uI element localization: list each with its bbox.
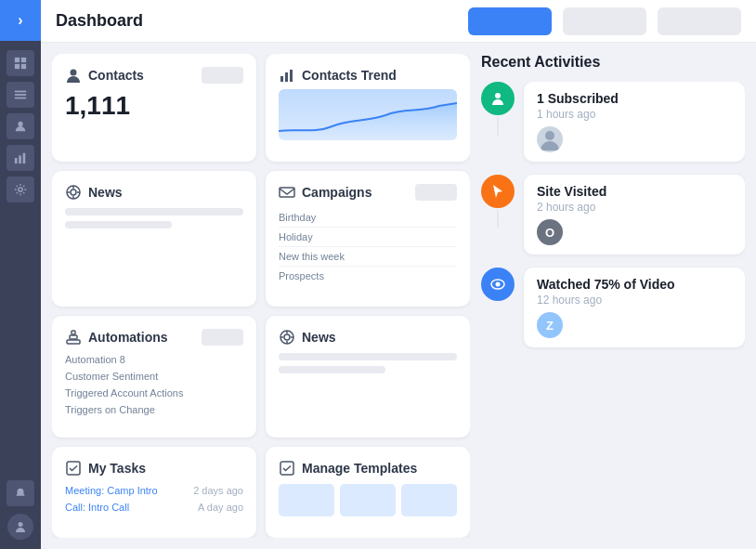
task-name-1: Call: Intro Call: [65, 502, 129, 513]
news-top-lines: [65, 208, 243, 229]
contacts-card-title: Contacts: [88, 68, 144, 83]
activity-user-1: O: [537, 219, 563, 245]
svg-rect-9: [19, 155, 21, 163]
campaigns-list: Birthday Holiday New this week Prospects: [279, 208, 457, 285]
svg-point-36: [545, 131, 554, 140]
bell-icon: [14, 487, 27, 500]
header-btn-primary[interactable]: [468, 7, 552, 35]
trend-chart: [279, 89, 457, 140]
trend-icon: [279, 67, 295, 84]
cursor-icon: [489, 183, 506, 200]
settings-icon: [14, 183, 27, 196]
activity-row-2: Watched 75% of Video 12 hours ago Z: [481, 268, 745, 347]
svg-rect-10: [23, 153, 26, 163]
activity-title-2: Watched 75% of Video: [537, 277, 732, 292]
activity-icon-wrap-1: [481, 175, 515, 229]
sidebar-item-settings[interactable]: [7, 176, 34, 203]
templates-icon: [279, 460, 295, 477]
auto-item-2[interactable]: Triggered Account Actions: [65, 386, 243, 399]
activities-panel: Recent Activities 1 Subsc: [481, 54, 745, 538]
campaign-item-0[interactable]: Birthday: [279, 208, 457, 228]
header-btn-secondary1[interactable]: [563, 7, 646, 35]
svg-rect-5: [15, 94, 26, 96]
tasks-title: My Tasks: [88, 461, 146, 476]
svg-point-12: [19, 522, 23, 527]
campaign-item-1[interactable]: Holiday: [279, 228, 457, 247]
template-boxes: [279, 484, 457, 516]
automations-header: Automations: [65, 329, 243, 346]
news-top-icon: [65, 184, 82, 201]
user-icon: [13, 519, 28, 534]
chart-icon: [14, 151, 27, 164]
list-icon: [14, 88, 27, 101]
sidebar-bottom: [7, 480, 34, 549]
activity-card-2: Watched 75% of Video 12 hours ago Z: [524, 268, 745, 347]
sidebar-logo[interactable]: ›: [0, 0, 41, 41]
manage-templates-card: Manage Templates: [266, 447, 470, 538]
auto-item-3[interactable]: Triggers on Change: [65, 403, 243, 416]
task-item-0[interactable]: Meeting: Camp Intro 2 days ago: [65, 482, 243, 499]
auto-item-1[interactable]: Customer Sentiment: [65, 370, 243, 383]
trend-title-row: Contacts Trend: [279, 67, 457, 84]
activity-title-0: 1 Subscribed: [537, 91, 732, 106]
activity-card-0: 1 Subscribed 1 hours ago: [524, 82, 745, 162]
activity-card-1: Site Visited 2 hours ago O: [524, 175, 745, 255]
news-bottom-title: News: [302, 330, 336, 345]
svg-rect-26: [72, 331, 75, 334]
sidebar-user-avatar[interactable]: [7, 514, 33, 540]
news-bottom-line-1: [279, 353, 457, 360]
activity-connector-0: [497, 117, 499, 136]
logo-chevron-icon: ›: [18, 12, 22, 29]
person-icon: [489, 90, 506, 107]
main-area: Dashboard Contacts 1,1: [41, 0, 756, 549]
sidebar-item-users[interactable]: [7, 113, 34, 139]
auto-item-0[interactable]: Automation 8: [65, 353, 243, 366]
activity-row-1: Site Visited 2 hours ago O: [481, 175, 745, 255]
activity-user-2: Z: [537, 312, 563, 338]
sidebar-item-list[interactable]: [7, 82, 34, 108]
campaigns-title-row: Campaigns: [279, 184, 371, 201]
tasks-title-row: My Tasks: [65, 460, 243, 477]
svg-rect-15: [285, 72, 288, 82]
contacts-title-row: Contacts: [65, 67, 144, 84]
contacts-value: 1,111: [65, 91, 243, 121]
news-line-1: [65, 208, 243, 216]
svg-rect-6: [15, 98, 26, 99]
task-item-1[interactable]: Call: Intro Call A day ago: [65, 499, 243, 516]
automations-icon: [65, 329, 82, 346]
campaign-item-3[interactable]: Prospects: [279, 267, 457, 285]
task-date-1: A day ago: [198, 502, 243, 513]
activity-time-1: 2 hours ago: [537, 201, 732, 214]
campaigns-badge: [415, 184, 457, 201]
svg-rect-34: [280, 462, 293, 475]
sidebar-item-extra1[interactable]: [7, 480, 34, 506]
svg-point-13: [71, 70, 77, 76]
svg-point-11: [19, 188, 22, 191]
activity-user-0: [537, 126, 563, 152]
activity-icon-2: [481, 268, 515, 301]
sidebar-item-grid[interactable]: [7, 50, 34, 76]
campaign-item-2[interactable]: New this week: [279, 247, 457, 267]
sidebar: ›: [0, 0, 41, 549]
campaigns-header: Campaigns: [279, 184, 457, 201]
svg-rect-24: [67, 340, 80, 344]
trend-card-title: Contacts Trend: [302, 68, 397, 83]
template-box-2: [340, 484, 396, 516]
activity-title-1: Site Visited: [537, 184, 732, 199]
activity-row-0: 1 Subscribed 1 hours ago: [481, 82, 745, 162]
svg-rect-4: [15, 91, 26, 93]
svg-rect-14: [280, 76, 283, 82]
svg-rect-23: [280, 188, 294, 197]
news-bottom-card: News: [266, 316, 470, 438]
tasks-icon: [65, 460, 82, 477]
dashboard-grid: Contacts 1,111 Contacts Trend: [52, 54, 470, 538]
task-date-0: 2 days ago: [193, 485, 243, 496]
user-avatar-icon: [537, 126, 563, 152]
header-btn-secondary2[interactable]: [658, 7, 741, 35]
svg-rect-1: [21, 58, 26, 62]
sidebar-nav: [7, 41, 34, 480]
sidebar-item-chart[interactable]: [7, 145, 34, 171]
automations-badge: [202, 329, 243, 346]
automations-list: Automation 8 Customer Sentiment Triggere…: [65, 353, 243, 416]
news-bottom-lines: [279, 353, 457, 373]
